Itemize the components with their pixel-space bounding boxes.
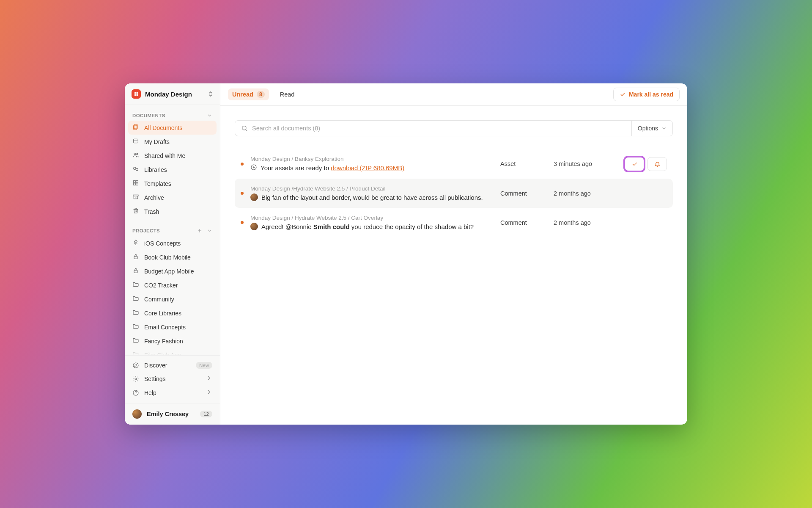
sidebar-item-templates[interactable]: Templates	[128, 177, 217, 190]
project-item-film-club-app[interactable]: Film Club App	[128, 348, 217, 355]
svg-point-10	[136, 168, 138, 171]
project-item-label: Budget App Mobile	[144, 268, 194, 275]
folder-icon	[132, 281, 139, 289]
sidebar-item-libraries[interactable]: Libraries	[128, 163, 217, 177]
options-button[interactable]: Options	[631, 121, 672, 136]
tab-unread-label: Unread	[232, 91, 253, 98]
options-label: Options	[638, 125, 658, 132]
folder-icon	[132, 323, 139, 331]
tab-read[interactable]: Read	[276, 88, 299, 100]
sidebar-item-label: Templates	[144, 180, 171, 187]
project-item-label: Fancy Fashion	[144, 338, 183, 345]
notification-type: Asset	[500, 160, 547, 167]
gear-icon	[132, 375, 139, 382]
projects-label: PROJECTS	[132, 228, 160, 233]
project-item-community[interactable]: Community	[128, 292, 217, 306]
svg-rect-12	[136, 181, 138, 183]
project-item-book-club-mobile[interactable]: Book Club Mobile	[128, 250, 217, 264]
notification-text: Big fan of the layout and border, would …	[250, 193, 494, 201]
project-item-label: iOS Concepts	[144, 240, 181, 247]
mark-read-button[interactable]	[625, 157, 644, 171]
svg-rect-0	[134, 92, 136, 94]
download-icon	[250, 164, 257, 172]
sidebar-item-shared-with-me[interactable]: Shared with Me	[128, 149, 217, 163]
user-row[interactable]: Emily Cressey 12	[125, 403, 220, 425]
libraries-icon	[132, 166, 139, 174]
projects-section: PROJECTS	[125, 220, 220, 236]
download-link[interactable]: download (ZIP 680.69MB)	[331, 164, 404, 171]
project-item-budget-app-mobile[interactable]: Budget App Mobile	[128, 264, 217, 278]
notify-button[interactable]	[647, 157, 667, 171]
topbar: Unread 8 Read Mark all as read	[220, 83, 687, 106]
plus-icon[interactable]	[197, 228, 203, 234]
commenter-avatar	[250, 193, 258, 201]
check-icon	[631, 161, 638, 167]
documents-header[interactable]: DOCUMENTS	[128, 110, 217, 121]
lock-icon	[132, 267, 139, 275]
search-input[interactable]	[252, 125, 625, 132]
workspace-switcher[interactable]: Monday Design	[125, 83, 220, 105]
sidebar-item-label: Trash	[144, 208, 159, 215]
tab-unread[interactable]: Unread 8	[228, 88, 269, 100]
help-item[interactable]: Help	[128, 386, 217, 400]
settings-item[interactable]: Settings	[128, 372, 217, 386]
user-badge: 12	[200, 411, 212, 417]
notification-type: Comment	[500, 190, 547, 197]
drafts-icon	[132, 138, 139, 146]
sidebar-item-label: All Documents	[144, 124, 182, 131]
notification-row[interactable]: Monday Design / Banksy ExplorationYour a…	[235, 149, 673, 179]
trash-icon	[132, 207, 139, 215]
notification-time: 3 minutes ago	[554, 160, 613, 167]
unread-dot	[241, 221, 244, 224]
user-name: Emily Cressey	[147, 411, 195, 417]
svg-rect-2	[134, 94, 136, 96]
chevron-down-icon[interactable]	[207, 228, 212, 233]
project-item-label: Email Concepts	[144, 324, 186, 331]
discover-item[interactable]: Discover New	[128, 359, 217, 372]
chevron-right-icon	[206, 375, 212, 381]
templates-icon	[132, 179, 139, 188]
chevron-right-icon	[206, 389, 212, 395]
sidebar-item-all-documents[interactable]: All Documents	[128, 121, 217, 135]
sidebar-item-label: Archive	[144, 194, 164, 201]
unread-count: 8	[257, 91, 265, 98]
project-item-fancy-fashion[interactable]: Fancy Fashion	[128, 334, 217, 348]
notification-time: 2 months ago	[554, 190, 613, 197]
help-label: Help	[144, 389, 156, 396]
sidebar-item-my-drafts[interactable]: My Drafts	[128, 135, 217, 149]
notification-list: Monday Design / Banksy ExplorationYour a…	[235, 149, 673, 237]
discover-label: Discover	[144, 362, 167, 369]
sidebar-item-label: Shared with Me	[144, 152, 185, 159]
unread-dot	[241, 163, 244, 166]
search-bar: Options	[235, 120, 673, 136]
archive-icon	[132, 193, 139, 202]
chevron-down-icon	[207, 113, 212, 118]
folder-icon	[132, 309, 139, 317]
mark-all-read-button[interactable]: Mark all as read	[613, 88, 680, 101]
svg-rect-6	[134, 139, 138, 143]
project-item-ios-concepts[interactable]: iOS Concepts	[128, 236, 217, 250]
notification-breadcrumb: Monday Design / Banksy Exploration	[250, 156, 494, 162]
projects-list[interactable]: iOS ConceptsBook Club MobileBudget App M…	[125, 236, 220, 355]
notification-row[interactable]: Monday Design /Hydrate Website 2.5 / Pro…	[235, 179, 673, 208]
project-item-co2-tracker[interactable]: CO2 Tracker	[128, 278, 217, 292]
project-item-email-concepts[interactable]: Email Concepts	[128, 320, 217, 334]
tab-read-label: Read	[280, 91, 295, 98]
bell-icon	[654, 161, 661, 167]
chevron-down-icon	[661, 126, 667, 131]
sidebar-item-trash[interactable]: Trash	[128, 204, 217, 218]
unread-dot	[241, 192, 244, 195]
folder-icon	[132, 295, 139, 303]
projects-header[interactable]: PROJECTS	[128, 225, 217, 236]
notification-row[interactable]: Monday Design / Hydrate Website 2.5 / Ca…	[235, 208, 673, 237]
sidebar-item-archive[interactable]: Archive	[128, 190, 217, 204]
notification-time: 2 months ago	[554, 219, 613, 226]
svg-point-19	[133, 363, 138, 368]
folder-icon	[132, 337, 139, 345]
svg-point-22	[242, 126, 246, 130]
project-item-core-libraries[interactable]: Core Libraries	[128, 306, 217, 320]
project-item-label: Core Libraries	[144, 310, 181, 317]
workspace-name: Monday Design	[145, 91, 204, 98]
svg-point-7	[134, 153, 136, 155]
svg-rect-3	[137, 94, 138, 96]
